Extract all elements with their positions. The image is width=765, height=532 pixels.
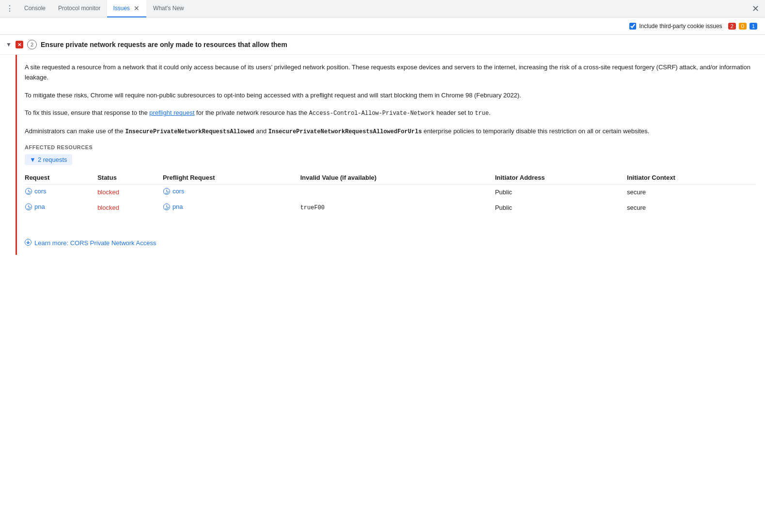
access-control-header-code: Access-Control-Allow-Private-Network [309, 110, 435, 117]
cell-preflight-1: pna [163, 200, 300, 215]
cycle-icon [25, 188, 32, 195]
warn-count: 0 [739, 23, 747, 30]
request-link-0[interactable]: cors [25, 188, 47, 195]
issue-content: A site requested a resource from a netwo… [17, 55, 765, 255]
col-status: Status [97, 171, 163, 185]
tab-protocol-monitor-label: Protocol monitor [58, 5, 100, 12]
chevron-down-icon: ▼ [6, 41, 12, 48]
col-initiator-context: Initiator Context [627, 171, 755, 185]
cell-initiator-context-0: secure [627, 184, 755, 200]
learn-more-label: Learn more: CORS Private Network Access [34, 239, 156, 247]
learn-more-link[interactable]: Learn more: CORS Private Network Access [25, 239, 156, 247]
request-link-1[interactable]: pna [25, 203, 45, 211]
affected-resources-label: AFFECTED RESOURCES [25, 144, 755, 150]
issue-body: A site requested a resource from a netwo… [0, 55, 765, 255]
cell-status-1: blocked [97, 200, 163, 215]
issue-paragraph-3: To fix this issue, ensure that response … [25, 108, 755, 118]
status-value: blocked [97, 204, 119, 211]
warn-badge: 0 [739, 23, 747, 30]
table-row: pnablockedpnatrueF00Publicsecure [25, 200, 755, 215]
info-badge: 1 [749, 23, 757, 30]
issue-paragraph-2: To mitigate these risks, Chrome will req… [25, 91, 755, 101]
issue-error-badge: ✕ [16, 41, 23, 48]
learn-more-icon [25, 239, 31, 247]
cell-initiator-context-1: secure [627, 200, 755, 215]
table-header-row: Request Status Preflight Request Invalid… [25, 171, 755, 185]
tab-issues-close-icon[interactable]: ✕ [133, 4, 141, 12]
tab-console-label: Console [24, 5, 46, 12]
third-party-cookie-checkbox-label[interactable]: Include third-party cookie issues [629, 23, 722, 30]
col-initiator-address: Initiator Address [495, 171, 627, 185]
issue-paragraph-1: A site requested a resource from a netwo… [25, 63, 755, 83]
invalid-value-code: trueF00 [300, 204, 325, 211]
preflight-request-link[interactable]: preflight request [149, 109, 194, 116]
issue-header[interactable]: ▼ ✕ 2 Ensure private network requests ar… [0, 35, 765, 55]
tab-issues-label: Issues [113, 5, 130, 12]
cell-preflight-0: cors [163, 184, 300, 200]
status-value: blocked [97, 188, 119, 196]
cell-initiator-address-0: Public [495, 184, 627, 200]
cell-invalid-value-1: trueF00 [300, 200, 495, 215]
tab-issues[interactable]: Issues ✕ [107, 0, 146, 17]
insecure-allowed-urls-code: InsecurePrivateNetworkRequestsAllowedFor… [268, 128, 422, 135]
close-icon: ✕ [752, 3, 759, 14]
tab-console[interactable]: Console [18, 0, 51, 17]
true-value-code: true [475, 110, 489, 117]
cycle-icon [163, 188, 171, 195]
requests-toggle[interactable]: ▼ 2 requests [25, 154, 72, 165]
cell-initiator-address-1: Public [495, 200, 627, 215]
tab-protocol-monitor[interactable]: Protocol monitor [52, 0, 106, 17]
menu-dots-button[interactable]: ⋮ [4, 3, 16, 15]
dots-icon: ⋮ [6, 4, 14, 13]
table-row: corsblockedcorsPublicsecure [25, 184, 755, 200]
requests-toggle-label: 2 requests [38, 156, 67, 163]
error-count: 2 [728, 23, 736, 30]
cell-request-1: pna [25, 200, 97, 215]
col-request: Request [25, 171, 97, 185]
preflight-link-1[interactable]: pna [163, 203, 183, 211]
devtools-close-button[interactable]: ✕ [749, 3, 761, 15]
issues-main-content: ▼ ✕ 2 Ensure private network requests ar… [0, 35, 765, 532]
insecure-allowed-code: InsecurePrivateNetworkRequestsAllowed [125, 128, 254, 135]
requests-toggle-chevron: ▼ [30, 156, 36, 163]
col-preflight: Preflight Request [163, 171, 300, 185]
third-party-cookie-checkbox[interactable] [629, 23, 636, 30]
tab-whats-new[interactable]: What's New [147, 0, 190, 17]
cycle-icon [25, 203, 32, 211]
cycle-icon [163, 203, 171, 211]
issues-toolbar: Include third-party cookie issues 2 0 1 [0, 17, 765, 35]
issue-count-badge: 2 [27, 40, 37, 49]
issue-title: Ensure private network requests are only… [41, 41, 287, 48]
requests-table: Request Status Preflight Request Invalid… [25, 171, 755, 216]
error-badge: 2 [728, 23, 736, 30]
tab-bar: ⋮ Console Protocol monitor Issues ✕ What… [0, 0, 765, 17]
tab-whats-new-label: What's New [153, 5, 184, 12]
cell-invalid-value-0 [300, 184, 495, 200]
third-party-cookie-label: Include third-party cookie issues [639, 23, 722, 30]
info-count: 1 [749, 23, 757, 30]
preflight-link-0[interactable]: cors [163, 188, 185, 195]
cell-status-0: blocked [97, 184, 163, 200]
col-invalid-value: Invalid Value (if available) [300, 171, 495, 185]
issue-paragraph-4: Administrators can make use of the Insec… [25, 126, 755, 137]
badge-group: 2 0 1 [728, 23, 757, 30]
cell-request-0: cors [25, 184, 97, 200]
